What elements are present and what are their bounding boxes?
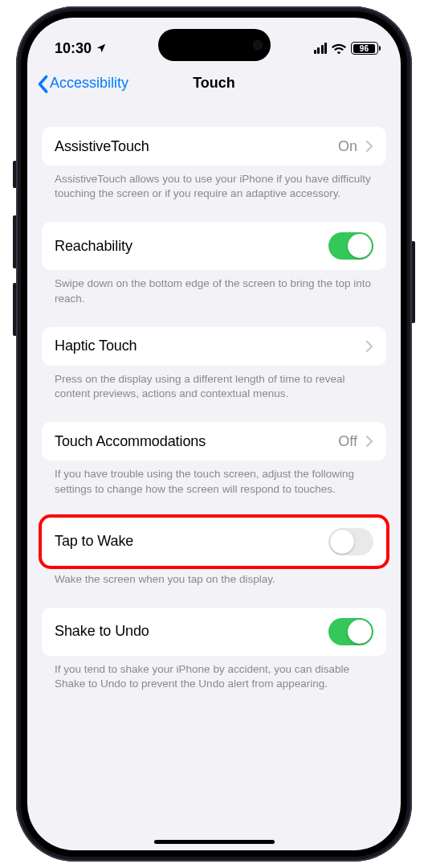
- device-frame: 10:30 96: [16, 6, 412, 862]
- page-title: Touch: [193, 75, 235, 92]
- row-shake-to-undo[interactable]: Shake to Undo: [42, 608, 386, 656]
- row-label: Reachability: [55, 238, 132, 255]
- row-assistivetouch[interactable]: AssistiveTouch On: [42, 127, 386, 166]
- row-value: On: [338, 138, 357, 155]
- chevron-left-icon: [37, 75, 48, 91]
- row-label: Shake to Undo: [55, 623, 149, 640]
- row-footer: If you tend to shake your iPhone by acci…: [42, 656, 386, 691]
- home-indicator[interactable]: [154, 840, 275, 844]
- status-time: 10:30: [55, 40, 92, 57]
- row-footer: Swipe down on the bottom edge of the scr…: [42, 270, 386, 305]
- dynamic-island: [158, 29, 271, 61]
- row-footer: Wake the screen when you tap on the disp…: [42, 566, 386, 587]
- row-label: AssistiveTouch: [55, 138, 149, 155]
- row-footer: Press on the display using a different l…: [42, 366, 386, 401]
- row-tap-to-wake[interactable]: Tap to Wake: [42, 518, 386, 566]
- row-touch-accommodations[interactable]: Touch Accommodations Off: [42, 422, 386, 461]
- device-bezel: 10:30 96: [21, 11, 407, 857]
- screen: 10:30 96: [27, 18, 401, 850]
- back-label: Accessibility: [50, 75, 128, 92]
- row-reachability[interactable]: Reachability: [42, 222, 386, 270]
- wifi-icon: [332, 43, 346, 54]
- battery-percentage: 96: [360, 44, 369, 53]
- nav-bar: Accessibility Touch: [27, 64, 401, 101]
- toggle-reachability[interactable]: [328, 232, 373, 260]
- row-haptic-touch[interactable]: Haptic Touch: [42, 327, 386, 366]
- chevron-right-icon: [365, 140, 373, 153]
- location-icon: [96, 43, 107, 54]
- cellular-icon: [314, 43, 328, 54]
- chevron-right-icon: [365, 435, 373, 448]
- row-label: Tap to Wake: [55, 533, 133, 550]
- row-label: Haptic Touch: [55, 338, 137, 354]
- battery-icon: 96: [351, 42, 378, 55]
- content: AssistiveTouch On AssistiveTouch allows …: [27, 101, 401, 691]
- row-footer: AssistiveTouch allows you to use your iP…: [42, 166, 386, 201]
- row-value: Off: [338, 433, 357, 450]
- toggle-shake-to-undo[interactable]: [328, 618, 373, 645]
- chevron-right-icon: [365, 340, 373, 353]
- row-label: Touch Accommodations: [55, 433, 206, 450]
- back-button[interactable]: Accessibility: [37, 75, 128, 92]
- row-footer: If you have trouble using the touch scre…: [42, 461, 386, 496]
- toggle-tap-to-wake[interactable]: [328, 528, 373, 555]
